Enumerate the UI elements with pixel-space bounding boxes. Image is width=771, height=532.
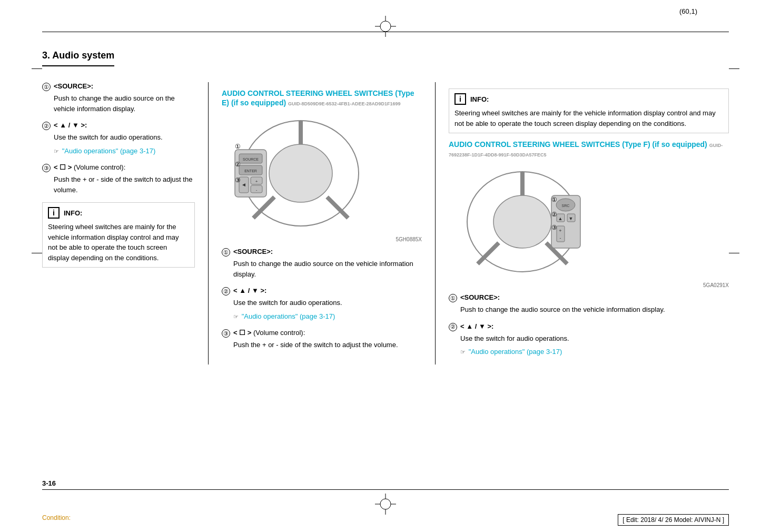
right-item-2: ② < ▲ / ▼ >: Use the switch for audio op… <box>449 322 729 357</box>
mid-item-2-title: < ▲ / ▼ >: <box>233 287 266 294</box>
left-item-3-label: ③ < ☐ > (Volume control): <box>42 163 195 172</box>
svg-text:③: ③ <box>235 176 241 184</box>
mid-item-2-desc: Use the switch for audio operations. <box>233 298 422 308</box>
mid-item-3: ③ < ☐ > (Volume control): Push the + or … <box>222 329 422 350</box>
right-mark-mid <box>729 253 739 253</box>
right-info-header: i INFO: <box>454 93 723 105</box>
left-audio-ops-link[interactable]: "Audio operations" (page 3-17) <box>62 147 156 155</box>
left-item-3-desc: Push the + or - side of the switch to ad… <box>54 174 195 195</box>
right-diagram: SRC ▲ ▼ + - ① ② ③ <box>449 164 729 288</box>
svg-text:+: + <box>559 228 561 233</box>
svg-point-30 <box>493 195 551 248</box>
mid-item-3-desc: Push the + or - side of the switch to ad… <box>233 340 422 350</box>
mid-item-1: ① <SOURCE>: Push to change the audio sou… <box>222 248 422 279</box>
page-number: 3-16 <box>42 479 56 487</box>
right-mark-top <box>729 68 739 69</box>
svg-point-11 <box>269 144 332 202</box>
edit-info: [ Edit: 2018/ 4/ 26 Model: AIVINJ-N ] <box>618 514 729 526</box>
right-item-1-label: ① <SOURCE>: <box>449 293 729 302</box>
svg-text:①: ① <box>551 196 557 203</box>
left-item-1: ① <SOURCE>: Push to change the audio sou… <box>42 82 195 114</box>
mid-column: AUDIO CONTROL STEERING WHEEL SWITCHES (T… <box>211 82 432 364</box>
right-heading-text: AUDIO CONTROL STEERING WHEEL SWITCHES (T… <box>449 140 707 149</box>
mid-item-1-desc: Push to change the audio source on the v… <box>233 259 422 279</box>
section-title: 3. Audio system <box>42 50 114 66</box>
svg-text:①: ① <box>235 143 241 150</box>
right-audio-ops-link[interactable]: "Audio operations" (page 3-17) <box>469 348 562 356</box>
mid-item-3-title: < ☐ > (Volume control): <box>233 329 305 337</box>
left-item-3-title: < ☐ > (Volume control): <box>54 163 125 171</box>
mid-diagram: SOURCE ENTER ◄ + - ① ② ③ <box>222 113 422 242</box>
svg-text:+: + <box>255 179 258 184</box>
right-item-1-desc: Push to change the audio source on the v… <box>460 304 729 315</box>
condition-label: Condition: <box>42 514 71 521</box>
left-item-2-link[interactable]: ☞ "Audio operations" (page 3-17) <box>54 146 195 156</box>
mid-circle-2: ② <box>222 287 230 295</box>
circle-num-3: ③ <box>42 164 51 172</box>
svg-text:▲: ▲ <box>558 216 563 221</box>
circle-num-1: ① <box>42 83 51 91</box>
mid-item-2: ② < ▲ / ▼ >: Use the switch for audio op… <box>222 287 422 321</box>
right-info-icon: i <box>454 93 466 105</box>
main-content: 3. Audio system ① <SOURCE>: Push to chan… <box>42 40 729 479</box>
mid-heading: AUDIO CONTROL STEERING WHEEL SWITCHES (T… <box>222 88 422 107</box>
left-info-box: i INFO: Steering wheel switches are main… <box>42 202 195 268</box>
left-info-title: INFO: <box>64 209 82 217</box>
right-item-2-link[interactable]: ☞ "Audio operations" (page 3-17) <box>460 347 729 357</box>
page: (60,1) 3. Audio system <box>0 0 771 532</box>
mid-item-1-label: ① <SOURCE>: <box>222 248 422 257</box>
left-info-text: Steering wheel switches are mainly for t… <box>48 222 189 263</box>
mid-item-3-label: ③ < ☐ > (Volume control): <box>222 329 422 338</box>
crosshair-bottom-icon <box>375 494 396 516</box>
page-coord: (60,1) <box>679 7 697 15</box>
right-info-box: i INFO: Steering wheel switches are main… <box>449 88 729 133</box>
svg-text:◄: ◄ <box>241 182 246 188</box>
svg-text:②: ② <box>235 161 241 168</box>
right-info-title: INFO: <box>470 95 489 103</box>
left-mark-mid <box>32 253 42 253</box>
svg-text:-: - <box>256 188 258 192</box>
mid-item-3-subtitle: (Volume control): <box>253 329 305 337</box>
svg-text:②: ② <box>551 211 557 218</box>
crosshair-top-icon <box>375 16 396 38</box>
columns-layout: ① <SOURCE>: Push to change the audio sou… <box>42 82 729 364</box>
right-circle-2: ② <box>449 323 457 331</box>
info-icon: i <box>48 207 60 219</box>
right-item-2-label: ② < ▲ / ▼ >: <box>449 322 729 331</box>
left-item-2-label: ② < ▲ / ▼ >: <box>42 121 195 130</box>
right-item-1-title: <SOURCE>: <box>460 293 500 301</box>
left-item-3-subtitle: (Volume control): <box>74 163 125 171</box>
mid-circle-1: ① <box>222 248 230 257</box>
left-item-2-title: < ▲ / ▼ >: <box>54 121 87 129</box>
right-item-2-desc: Use the switch for audio operations. <box>460 333 729 344</box>
left-item-1-title: <SOURCE>: <box>54 82 93 90</box>
mid-circle-3: ③ <box>222 329 230 338</box>
svg-text:③: ③ <box>551 224 557 231</box>
right-item-2-title: < ▲ / ▼ >: <box>460 322 493 330</box>
left-column: ① <SOURCE>: Push to change the audio sou… <box>42 82 205 364</box>
left-mark-top <box>32 68 42 69</box>
right-diagram-label: 5GA0291X <box>449 282 729 288</box>
left-item-3: ③ < ☐ > (Volume control): Push the + or … <box>42 163 195 195</box>
type-e-diagram: SOURCE ENTER ◄ + - ① ② ③ <box>222 113 380 234</box>
col-divider-right <box>435 82 436 364</box>
mid-item-1-title: <SOURCE>: <box>233 248 273 255</box>
left-item-1-desc: Push to change the audio source on the v… <box>54 93 195 114</box>
svg-text:ENTER: ENTER <box>244 169 257 173</box>
svg-text:SRC: SRC <box>562 204 570 208</box>
mid-diagram-label: 5GH0885X <box>222 237 422 242</box>
left-item-2: ② < ▲ / ▼ >: Use the switch for audio op… <box>42 121 195 156</box>
right-column: i INFO: Steering wheel switches are main… <box>438 82 729 364</box>
circle-num-2: ② <box>42 122 51 130</box>
mid-item-2-link[interactable]: ☞ "Audio operations" (page 3-17) <box>233 311 422 322</box>
mid-audio-ops-link[interactable]: "Audio operations" (page 3-17) <box>242 312 335 320</box>
mid-item-2-label: ② < ▲ / ▼ >: <box>222 287 422 295</box>
svg-point-0 <box>380 21 391 32</box>
right-link-arrow-icon: ☞ <box>460 348 466 357</box>
svg-point-5 <box>380 499 391 509</box>
mid-link-arrow-icon: ☞ <box>233 312 239 321</box>
svg-text:-: - <box>560 235 561 241</box>
left-item-1-label: ① <SOURCE>: <box>42 82 195 91</box>
right-heading: AUDIO CONTROL STEERING WHEEL SWITCHES (T… <box>449 140 729 159</box>
right-circle-1: ① <box>449 294 457 302</box>
